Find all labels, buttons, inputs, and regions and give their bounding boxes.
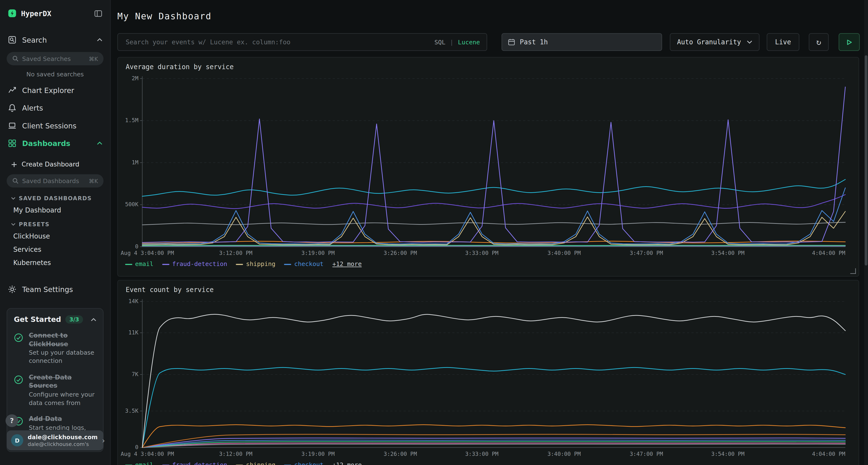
chevron-down-icon xyxy=(747,40,752,44)
panel-event-count: Event count by service 03.5K7K11K14KAug … xyxy=(117,280,859,465)
average-duration-chart[interactable]: 0500K1M1.5M2MAug 4 3:04:00 PM3:12:00 PM3… xyxy=(121,73,856,259)
time-range-value: Past 1h xyxy=(520,38,548,46)
svg-text:3:33:00 PM: 3:33:00 PM xyxy=(465,250,498,256)
laptop-icon xyxy=(8,121,17,130)
get-started-item-connect[interactable]: Connect to ClickHouse Set up your databa… xyxy=(14,331,96,365)
legend-item-fraud-detection[interactable]: fraud-detection xyxy=(162,461,227,465)
sidebar-item-alerts[interactable]: Alerts xyxy=(0,99,110,117)
saved-dashboards-input[interactable]: Saved Dashboards ⌘K xyxy=(7,174,104,188)
legend-dash xyxy=(236,264,243,265)
series-other-3 xyxy=(142,179,845,196)
svg-text:Aug 4 3:04:00 PM: Aug 4 3:04:00 PM xyxy=(121,451,174,457)
series-other-1 xyxy=(142,314,845,447)
time-range-picker[interactable]: Past 1h xyxy=(501,33,662,51)
svg-text:4:04:00 PM: 4:04:00 PM xyxy=(812,250,845,256)
svg-text:0: 0 xyxy=(135,444,138,450)
get-started-title: Get Started xyxy=(14,315,61,324)
shortcut-hint: ⌘K xyxy=(89,178,98,184)
legend-item-fraud-detection[interactable]: fraud-detection xyxy=(162,261,227,268)
hyperdx-logo xyxy=(8,9,17,18)
event-search-box[interactable]: SQL | Lucene xyxy=(117,33,487,51)
sidebar-item-label: Team Settings xyxy=(22,285,73,294)
legend-item-email[interactable]: email xyxy=(125,461,153,465)
section-label: PRESETS xyxy=(19,221,50,227)
sidebar-collapse-icon[interactable] xyxy=(94,9,102,18)
sidebar-item-label: Dashboards xyxy=(22,139,70,147)
svg-text:3.5K: 3.5K xyxy=(125,408,138,414)
refresh-button[interactable]: ↻ xyxy=(809,33,829,51)
chart-explorer-icon xyxy=(8,86,17,95)
presets-section-header[interactable]: PRESETS xyxy=(0,217,110,230)
event-count-legend: emailfraud-detectionshippingcheckout+12 … xyxy=(118,460,859,465)
chevron-up-icon[interactable] xyxy=(91,318,96,321)
legend-item-shipping[interactable]: shipping xyxy=(236,461,275,465)
saved-dashboards-placeholder: Saved Dashboards xyxy=(22,177,86,185)
legend-dash xyxy=(162,264,169,265)
panel-resize-handle[interactable] xyxy=(850,268,856,274)
legend-more-link[interactable]: +12 more xyxy=(333,461,362,465)
legend-item-shipping[interactable]: shipping xyxy=(236,261,275,268)
dashboards-grid-icon xyxy=(8,139,17,148)
sidebar-item-label: Search xyxy=(22,36,47,44)
series-other-2 xyxy=(142,367,845,447)
search-icon xyxy=(12,56,19,62)
sidebar-item-chart-explorer[interactable]: Chart Explorer xyxy=(0,81,110,99)
legend-label: fraud-detection xyxy=(172,261,227,268)
run-query-button[interactable] xyxy=(839,33,860,51)
search-panel-icon xyxy=(8,35,17,44)
help-button[interactable]: ? xyxy=(5,414,18,427)
sidebar-item-label: Chart Explorer xyxy=(22,86,74,94)
no-saved-searches-text: No saved searches xyxy=(0,65,110,81)
sidebar-item-dashboards[interactable]: Dashboards xyxy=(0,134,110,152)
legend-item-checkout[interactable]: checkout xyxy=(284,461,323,465)
svg-text:3:47:00 PM: 3:47:00 PM xyxy=(630,451,663,457)
sidebar-item-label: Client Sessions xyxy=(22,122,76,130)
gear-icon xyxy=(8,285,17,294)
sql-mode-toggle[interactable]: SQL xyxy=(434,38,445,46)
sidebar: HyperDX Search Saved Searches ⌘K No save… xyxy=(0,0,111,465)
sidebar-item-my-dashboard[interactable]: My Dashboard xyxy=(0,204,110,217)
user-org: dale@clickhouse.com's xyxy=(28,441,98,447)
create-dashboard-button[interactable]: Create Dashboard xyxy=(0,157,110,171)
sidebar-item-team-settings[interactable]: Team Settings xyxy=(0,280,110,298)
chevron-down-icon xyxy=(11,223,16,226)
svg-text:3:12:00 PM: 3:12:00 PM xyxy=(219,250,252,256)
legend-label: fraud-detection xyxy=(172,461,227,465)
svg-text:3:19:00 PM: 3:19:00 PM xyxy=(301,451,335,457)
legend-item-email[interactable]: email xyxy=(125,261,153,268)
svg-text:3:26:00 PM: 3:26:00 PM xyxy=(383,250,417,256)
scrollbar-track[interactable] xyxy=(864,0,868,465)
get-started-item-desc: Set up your database connection xyxy=(29,349,96,365)
filter-toolbar: SQL | Lucene Past 1h Auto Granularity Li… xyxy=(117,33,860,51)
series-other-2 xyxy=(142,195,845,209)
legend-label: shipping xyxy=(246,261,275,268)
live-button[interactable]: Live xyxy=(767,33,799,51)
saved-dashboards-section-header[interactable]: SAVED DASHBOARDS xyxy=(0,191,110,204)
legend-label: checkout xyxy=(294,461,323,465)
event-count-chart[interactable]: 03.5K7K11K14KAug 4 3:04:00 PM3:12:00 PM3… xyxy=(121,296,856,460)
series-other-5 xyxy=(142,444,845,447)
svg-text:14K: 14K xyxy=(128,298,138,304)
event-search-input[interactable] xyxy=(125,38,430,46)
main-content: My New Dashboard SQL | Lucene Past 1h Au… xyxy=(111,0,868,465)
get-started-item-title: Connect to ClickHouse xyxy=(29,331,96,348)
lucene-mode-toggle[interactable]: Lucene xyxy=(458,38,480,46)
sidebar-item-kubernetes[interactable]: Kubernetes xyxy=(0,256,110,269)
shortcut-hint: ⌘K xyxy=(89,56,98,62)
granularity-select[interactable]: Auto Granularity xyxy=(670,33,760,51)
sidebar-item-client-sessions[interactable]: Client Sessions xyxy=(0,117,110,134)
get-started-item-sources[interactable]: Create Data Sources Configure where your… xyxy=(14,373,96,407)
calendar-icon xyxy=(507,38,515,46)
page-title: My New Dashboard xyxy=(117,11,212,22)
saved-searches-input[interactable]: Saved Searches ⌘K xyxy=(7,52,104,65)
user-menu[interactable]: D dale@clickhouse.com dale@clickhouse.co… xyxy=(7,430,104,450)
sidebar-item-clickhouse[interactable]: ClickHouse xyxy=(0,230,110,243)
legend-label: checkout xyxy=(294,261,323,268)
legend-label: shipping xyxy=(246,461,275,465)
sidebar-item-services[interactable]: Services xyxy=(0,243,110,256)
get-started-item-title: Create Data Sources xyxy=(29,373,96,390)
scrollbar-thumb[interactable] xyxy=(865,56,867,266)
legend-item-checkout[interactable]: checkout xyxy=(284,261,323,268)
legend-more-link[interactable]: +12 more xyxy=(333,261,362,268)
sidebar-item-search[interactable]: Search xyxy=(0,31,110,49)
